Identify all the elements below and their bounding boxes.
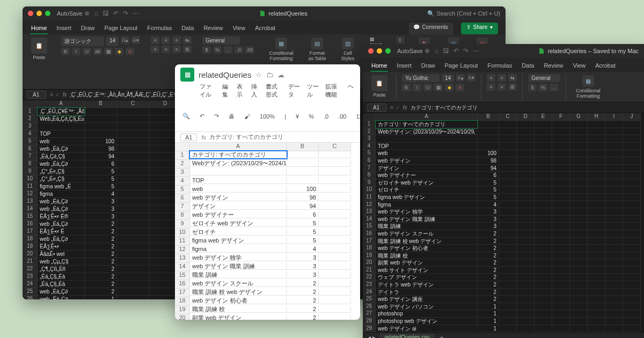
undo-icon[interactable]: ↶ bbox=[197, 112, 207, 121]
cell[interactable]: デザイン bbox=[376, 165, 478, 172]
cell[interactable]: デザイン bbox=[190, 203, 287, 210]
name-box[interactable]: A1 bbox=[27, 91, 46, 99]
cell[interactable]: 4 bbox=[478, 201, 499, 209]
cell[interactable]: web デザイン 初心者 bbox=[190, 297, 287, 304]
menu-bar[interactable]: ファイル 編集 表示 挿入 書式形式 データ ツール 拡張機能 ヘ bbox=[175, 83, 360, 101]
cell[interactable]: web „Éá„Ç∂ bbox=[38, 236, 85, 243]
cell[interactable]: 2 bbox=[85, 273, 117, 281]
cell[interactable]: Webデザイン: (2023/10/29〜2024/10/29, 日本) bbox=[190, 160, 287, 167]
autosave-label[interactable]: AutoSave bbox=[57, 10, 83, 17]
cell[interactable]: web デザイン 独学 bbox=[376, 208, 478, 216]
cell[interactable]: web デザイン 職業 訓練 bbox=[190, 263, 287, 270]
cell[interactable]: 2 bbox=[85, 243, 117, 251]
tab-formulas[interactable]: Formulas bbox=[146, 23, 173, 34]
cell[interactable]: 3 bbox=[478, 223, 499, 230]
cell[interactable]: web „Éá„Ç∂ bbox=[38, 288, 85, 296]
print-icon[interactable]: 🖶 bbox=[226, 112, 237, 121]
cell[interactable]: 副業 web デザイン bbox=[190, 314, 287, 320]
tab-draw[interactable]: Draw bbox=[80, 23, 96, 34]
cell[interactable]: figma bbox=[376, 201, 478, 209]
font-name[interactable]: Yu Gothic bbox=[402, 74, 440, 82]
cell[interactable]: 2 bbox=[85, 266, 117, 273]
cell[interactable]: web bbox=[190, 186, 287, 193]
cell[interactable]: web デザイン スクール bbox=[190, 280, 287, 287]
cell[interactable]: web bbox=[376, 150, 478, 157]
tab-data[interactable]: Data bbox=[180, 23, 195, 34]
cell[interactable]: „Ç°„É≠„Ç§ bbox=[38, 168, 85, 175]
cell[interactable]: 職業 訓練 校 web デザイン bbox=[376, 238, 478, 245]
cell[interactable]: 2 bbox=[287, 297, 319, 304]
cell[interactable]: 2 bbox=[85, 228, 117, 236]
cell[interactable]: web デザイン 職業 訓練 bbox=[376, 216, 478, 223]
cell[interactable]: ËÅ∑Ê•≠ Ë® bbox=[38, 213, 85, 221]
autosave-toggle-icon[interactable] bbox=[425, 49, 429, 53]
cell[interactable]: 2 bbox=[478, 245, 499, 252]
cell[interactable]: 6 bbox=[287, 211, 319, 218]
autosave-label[interactable]: AutoSave bbox=[397, 48, 423, 54]
cell[interactable]: デイトラ web デザイン bbox=[376, 281, 478, 289]
cell[interactable] bbox=[287, 160, 319, 167]
cell[interactable]: 98 bbox=[478, 157, 499, 165]
cell[interactable]: 2 bbox=[85, 236, 117, 243]
cell[interactable]: 4 bbox=[287, 246, 319, 253]
bold-button[interactable]: B bbox=[61, 48, 70, 55]
tab-home[interactable]: Home bbox=[370, 60, 388, 72]
cell[interactable]: „Éá„Ç§„Éà bbox=[38, 281, 85, 288]
cell[interactable]: web „Éá„Ç∂ bbox=[38, 221, 85, 228]
cell[interactable]: 94 bbox=[478, 165, 499, 172]
cell[interactable]: 2 bbox=[85, 221, 117, 228]
cell[interactable]: 94 bbox=[85, 153, 117, 160]
traffic-lights[interactable] bbox=[368, 48, 391, 54]
cell[interactable]: web bbox=[38, 138, 85, 145]
cell[interactable]: 副業 web デザイン bbox=[376, 259, 478, 267]
cell[interactable]: 2 bbox=[478, 238, 499, 245]
zoom[interactable]: 100% bbox=[258, 112, 277, 121]
comments-button[interactable]: 💬 Comments bbox=[409, 23, 453, 34]
redo-icon[interactable]: ↷ bbox=[212, 112, 221, 121]
cell[interactable]: web サイト デザイン bbox=[376, 267, 478, 274]
number-format[interactable]: General bbox=[202, 36, 240, 45]
cell[interactable]: 職業 訓練 bbox=[190, 271, 287, 278]
cell[interactable] bbox=[85, 115, 117, 123]
cell[interactable]: カテゴリ: すべてのカテゴリ bbox=[190, 151, 287, 158]
tab-view[interactable]: View bbox=[231, 23, 246, 34]
cell[interactable]: 5 bbox=[287, 220, 319, 227]
tab-pagelayout[interactable]: Page Layout bbox=[104, 23, 139, 34]
cell[interactable]: ËÅ∑Ê•≠ Ë bbox=[38, 228, 85, 236]
conditional-formatting-icon[interactable]: ▦ bbox=[275, 38, 287, 49]
cell[interactable] bbox=[85, 108, 117, 115]
ribbon-tabs[interactable]: Home Insert Draw Page Layout Formulas Da… bbox=[363, 58, 644, 72]
cell[interactable] bbox=[376, 135, 478, 143]
cell[interactable]: figma bbox=[38, 190, 85, 198]
cell[interactable]: „Ç°„É≠„Ç§ bbox=[38, 175, 85, 183]
cell[interactable]: Web„Éá„Ç∂„Ç§„É≥: (2023/10/29Ôúú2024/10/2… bbox=[38, 115, 85, 123]
cell[interactable]: 6 bbox=[85, 160, 117, 168]
tab-review[interactable]: Review bbox=[202, 23, 224, 34]
fx-icon[interactable]: fx bbox=[63, 92, 67, 98]
cell[interactable]: 1 bbox=[478, 318, 499, 325]
cell[interactable]: TOP bbox=[38, 130, 85, 138]
cell[interactable]: 3 bbox=[287, 254, 319, 261]
cell[interactable]: 3 bbox=[478, 216, 499, 223]
cell[interactable]: ゼロイチ bbox=[376, 186, 478, 194]
cell[interactable]: 2 bbox=[478, 267, 499, 274]
cell[interactable]: 2 bbox=[287, 280, 319, 287]
cell[interactable]: web デザイン 講座 bbox=[376, 296, 478, 303]
cell[interactable]: web デザイン 初心者 bbox=[376, 245, 478, 252]
cell[interactable]: ゼロイチ bbox=[190, 229, 287, 236]
italic-button[interactable]: I bbox=[72, 48, 80, 55]
cell[interactable]: 5 bbox=[85, 183, 117, 190]
cell[interactable]: 2 bbox=[478, 252, 499, 260]
cell[interactable]: ‚Ç´„ÉÛ„Ç¥É™: „Åô„Åπ„Å¶„ÅÆ„Ç´„ÉÛ„Ç¨„É™ bbox=[38, 108, 85, 115]
cell[interactable]: 94 bbox=[287, 203, 319, 210]
cell[interactable]: TOP bbox=[190, 177, 287, 184]
cell[interactable]: 2 bbox=[478, 281, 499, 289]
border-icon[interactable]: ▦ bbox=[104, 48, 113, 55]
cell[interactable]: 4 bbox=[85, 190, 117, 198]
cell[interactable]: figma web „É bbox=[38, 183, 85, 190]
cell[interactable]: web „Éá„Ç∂ bbox=[38, 145, 85, 153]
cell[interactable] bbox=[190, 168, 287, 175]
cell[interactable]: 1 bbox=[85, 296, 117, 299]
cell[interactable]: 5 bbox=[478, 179, 499, 187]
cell[interactable]: web デザイン bbox=[190, 194, 287, 201]
